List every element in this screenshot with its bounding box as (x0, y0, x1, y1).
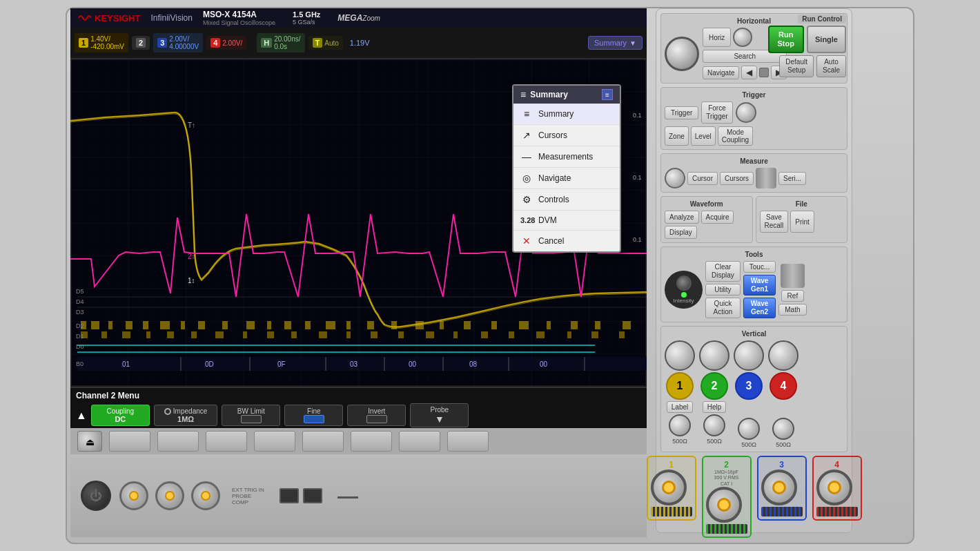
svg-rect-39 (319, 331, 327, 338)
ref-button[interactable]: Ref (781, 290, 805, 302)
svg-text:D0: D0 (76, 343, 84, 350)
ch4-bnc[interactable] (816, 470, 852, 505)
bnc-probe2[interactable] (155, 481, 184, 510)
display-button[interactable]: Display (665, 226, 697, 239)
ch3-circle-btn[interactable]: 3 (735, 372, 763, 400)
touch-button[interactable]: Touc... (743, 261, 776, 273)
measure-knob[interactable] (665, 168, 685, 188)
menu-up-arrow[interactable]: ▲ (76, 409, 87, 422)
ch3-button[interactable]: 3 2.00V/ 4.00000V (153, 33, 203, 52)
label-button[interactable]: Label (667, 401, 693, 413)
ch3-vert-knob[interactable] (734, 340, 764, 371)
serial-button[interactable]: Seri... (778, 172, 806, 185)
h-button[interactable]: H 20.00ns/ 0.0s (257, 33, 304, 52)
force-trigger-button[interactable]: Force Trigger (701, 102, 732, 124)
t-button[interactable]: T Auto (308, 36, 343, 50)
analyze-button[interactable]: Analyze (665, 211, 699, 224)
soft-btn-6[interactable] (351, 431, 392, 452)
dropdown-item-cancel[interactable]: ✕ Cancel (513, 231, 620, 251)
horizontal-knob[interactable] (665, 37, 699, 71)
default-setup-button[interactable]: Default Setup (779, 55, 814, 77)
impedance-button[interactable]: Impedance 1MΩ (154, 405, 217, 426)
horiz-small-knob[interactable] (733, 28, 752, 47)
ch1-button[interactable]: 1 1.40V/ -420.00mV (75, 33, 128, 52)
soft-btn-8[interactable] (447, 431, 489, 452)
sample-rate: 5 GSa/s (293, 19, 320, 26)
quick-action-button[interactable]: Quick Action (705, 298, 741, 318)
save-recall-button[interactable]: Save Recall (760, 211, 789, 233)
tools-section: Tools Intensity Clear Display Utility Qu… (660, 246, 847, 322)
bw-limit-button[interactable]: BW Limit (222, 405, 280, 426)
ch1-bnc[interactable] (651, 470, 687, 505)
trigger-button[interactable]: Trigger (665, 106, 698, 119)
dropdown-item-measurements[interactable]: — Measurements (513, 146, 620, 168)
brand-name: KEYSIGHT (95, 13, 140, 23)
bnc-probe1[interactable] (119, 481, 148, 510)
dropdown-close-icon[interactable]: ≡ (602, 89, 613, 100)
auto-scale-button[interactable]: Auto Scale (816, 55, 846, 77)
power-button[interactable]: ⏻ (81, 481, 111, 511)
horiz-button[interactable]: Horiz (703, 28, 731, 47)
ch2-circle-btn[interactable]: 2 (700, 372, 728, 400)
probe-button[interactable]: Probe ▼ (410, 403, 469, 427)
math-button[interactable]: Math (778, 304, 806, 316)
nav-left-btn[interactable]: ◀ (741, 66, 757, 79)
intensity-knob[interactable]: Intensity (665, 271, 703, 309)
mode-coupling-button[interactable]: Mode Coupling (718, 126, 753, 146)
soft-btn-2[interactable] (157, 431, 199, 452)
svg-rect-44 (453, 331, 458, 338)
zone-button[interactable]: Zone (665, 126, 689, 146)
dropdown-item-cursors[interactable]: ↗ Cursors (513, 125, 620, 146)
ch2-bnc[interactable] (706, 487, 742, 523)
dropdown-item-navigate[interactable]: ◎ Navigate (513, 168, 620, 189)
ch1-vert-knob[interactable] (665, 340, 695, 371)
bnc-probe3[interactable] (191, 481, 220, 510)
ch2-vert-mini-knob[interactable] (703, 414, 725, 436)
dropdown-item-controls[interactable]: ⚙ Controls (513, 189, 620, 211)
ch3-vert-mini-knob[interactable] (738, 418, 760, 440)
print-button[interactable]: Print (790, 211, 814, 233)
wave-gen2-button[interactable]: Wave Gen2 (743, 298, 776, 318)
soft-btn-1[interactable] (109, 431, 150, 452)
svg-rect-49 (591, 331, 598, 338)
ch4-vert-mini-knob[interactable] (772, 418, 794, 440)
cursor-button[interactable]: Cursor (687, 172, 718, 185)
ch1-circle-btn[interactable]: 1 (666, 372, 694, 400)
help-button[interactable]: Help (703, 401, 727, 413)
ch4-vert-knob[interactable] (768, 340, 798, 371)
acquire-button[interactable]: Acquire (701, 211, 734, 224)
soft-btn-7[interactable] (399, 431, 440, 452)
wave-gen1-button[interactable]: Wave Gen1 (743, 275, 776, 296)
level-button[interactable]: Level (691, 126, 716, 146)
fine-button[interactable]: Fine (284, 405, 343, 426)
ch4-circle-btn[interactable]: 4 (770, 372, 797, 400)
clear-display-button[interactable]: Clear Display (705, 261, 741, 282)
ch2-vert-knob[interactable] (699, 340, 729, 371)
ch1-vert-mini-knob[interactable] (669, 414, 691, 436)
intensity-inner (676, 276, 692, 291)
single-button[interactable]: Single (807, 26, 846, 53)
invert-button[interactable]: Invert (347, 405, 406, 426)
ch3-bnc[interactable] (761, 470, 797, 505)
svg-rect-50 (619, 331, 625, 338)
cancel-menu-icon: ✕ (520, 235, 533, 246)
soft-btn-eject[interactable]: ⏏ (77, 431, 102, 452)
dropdown-item-summary[interactable]: ≡ Summary (513, 104, 620, 125)
ref-wavy-icon[interactable] (781, 264, 805, 288)
usb-ports (280, 488, 322, 503)
soft-btn-4[interactable] (254, 431, 295, 452)
measure-wavy[interactable] (756, 168, 776, 188)
soft-btn-3[interactable] (206, 431, 247, 452)
utility-button[interactable]: Utility (705, 284, 741, 296)
soft-btn-5[interactable] (302, 431, 344, 452)
ch4-button[interactable]: 4 2.00V/ (206, 36, 246, 50)
run-stop-button[interactable]: Run Stop (768, 26, 804, 53)
dropdown-item-dvm[interactable]: 3.28 DVM (513, 211, 620, 231)
cursors-button[interactable]: Cursors (720, 172, 754, 185)
navigate-button[interactable]: Navigate (703, 66, 739, 79)
summary-menu-button[interactable]: Summary ▼ (588, 36, 643, 50)
ch2-button[interactable]: 2 (132, 36, 150, 50)
intensity-led (681, 292, 687, 298)
trigger-knob[interactable] (736, 102, 756, 123)
coupling-button[interactable]: Coupling DC (91, 405, 150, 426)
